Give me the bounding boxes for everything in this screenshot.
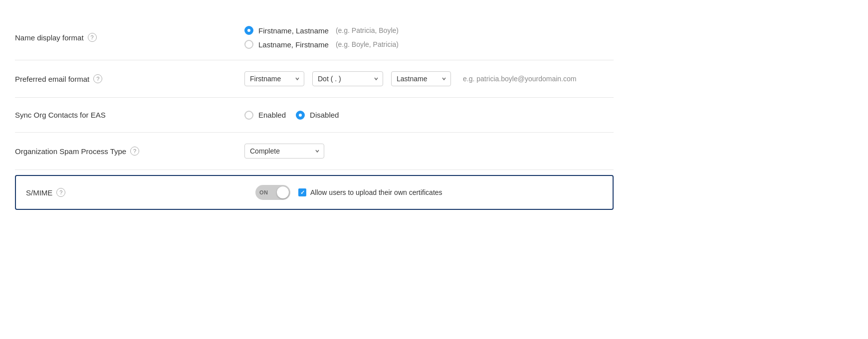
smime-allow-upload-option[interactable]: Allow users to upload their own certific… bbox=[298, 188, 442, 196]
name-display-format-label: Name display format ? bbox=[15, 33, 244, 42]
preferred-email-format-label: Preferred email format ? bbox=[15, 74, 244, 83]
org-spam-process-type-help-icon[interactable]: ? bbox=[130, 147, 139, 156]
email-format-lastname-select[interactable]: Lastname Firstname bbox=[391, 71, 451, 86]
sync-org-contacts-control: Enabled Disabled bbox=[244, 111, 614, 120]
sync-org-contacts-label: Sync Org Contacts for EAS bbox=[15, 111, 244, 119]
smime-toggle-knob bbox=[277, 186, 289, 198]
sync-org-contacts-radio-group: Enabled Disabled bbox=[244, 111, 339, 120]
email-format-separator-select[interactable]: Dot ( . ) Underscore ( _ ) None bbox=[312, 71, 383, 86]
org-spam-process-type-row: Organization Spam Process Type ? Complet… bbox=[15, 133, 614, 170]
org-spam-process-type-control: Complete Partial None bbox=[244, 144, 614, 159]
smime-row: S/MIME ? ON Allow users to upload their … bbox=[15, 175, 614, 210]
preferred-email-format-help-icon[interactable]: ? bbox=[93, 74, 102, 83]
smime-toggle-container: ON bbox=[255, 185, 290, 200]
sync-org-contacts-row: Sync Org Contacts for EAS Enabled Disabl… bbox=[15, 98, 614, 133]
preferred-email-format-control: Firstname Lastname Dot ( . ) Underscore … bbox=[244, 71, 614, 86]
smime-help-icon[interactable]: ? bbox=[56, 188, 65, 197]
name-format-firstname-lastname-option[interactable]: Firstname, Lastname (e.g. Patricia, Boyl… bbox=[244, 26, 399, 35]
smime-control: ON Allow users to upload their own certi… bbox=[255, 185, 603, 200]
name-format-firstname-lastname-radio[interactable] bbox=[244, 26, 253, 35]
preferred-email-format-row: Preferred email format ? Firstname Lastn… bbox=[15, 60, 614, 98]
org-spam-process-type-select[interactable]: Complete Partial None bbox=[244, 144, 324, 159]
smime-toggle-label: ON bbox=[259, 189, 268, 195]
name-format-lastname-firstname-radio[interactable] bbox=[244, 40, 253, 49]
email-format-example: e.g. patricia.boyle@yourdomain.com bbox=[463, 75, 576, 83]
name-display-format-row: Name display format ? Firstname, Lastnam… bbox=[15, 15, 614, 60]
name-display-format-radio-group: Firstname, Lastname (e.g. Patricia, Boyl… bbox=[244, 26, 399, 49]
sync-org-contacts-enabled-radio[interactable] bbox=[244, 111, 253, 120]
smime-label: S/MIME ? bbox=[26, 188, 255, 197]
name-display-format-help-icon[interactable]: ? bbox=[88, 33, 97, 42]
sync-org-contacts-enabled-option[interactable]: Enabled bbox=[244, 111, 286, 120]
name-display-format-control: Firstname, Lastname (e.g. Patricia, Boyl… bbox=[244, 26, 614, 49]
name-format-lastname-firstname-option[interactable]: Lastname, Firstname (e.g. Boyle, Patrici… bbox=[244, 40, 399, 49]
smime-allow-upload-checkbox[interactable] bbox=[298, 188, 306, 196]
email-format-firstname-select[interactable]: Firstname Lastname bbox=[244, 71, 304, 86]
settings-container: Name display format ? Firstname, Lastnam… bbox=[15, 10, 614, 215]
sync-org-contacts-disabled-option[interactable]: Disabled bbox=[296, 111, 339, 120]
smime-allow-upload-label: Allow users to upload their own certific… bbox=[310, 188, 442, 196]
smime-toggle[interactable]: ON bbox=[255, 185, 290, 200]
org-spam-process-type-label: Organization Spam Process Type ? bbox=[15, 147, 244, 156]
sync-org-contacts-disabled-radio[interactable] bbox=[296, 111, 305, 120]
